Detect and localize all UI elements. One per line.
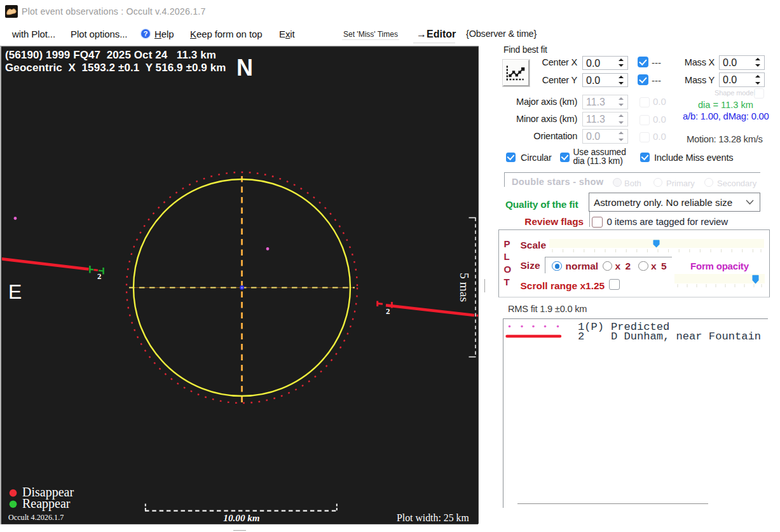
- svg-text:?: ?: [143, 30, 147, 38]
